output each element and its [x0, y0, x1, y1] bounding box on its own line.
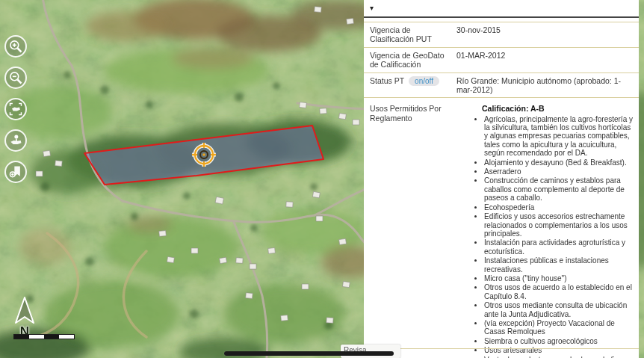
list-item: Ecohospedería — [484, 203, 633, 212]
row-value: 30-nov-2015 — [456, 25, 631, 44]
table-row: Vigencia de Clasificación PUT 30-nov-201… — [364, 22, 639, 48]
panel-header: ▾ — [364, 0, 639, 16]
zoom-out-button[interactable] — [4, 67, 27, 89]
permitted-uses-section: Usos Permitidos Por Reglamento Calificac… — [364, 98, 639, 358]
status-label: Status PT — [370, 76, 404, 85]
list-item: Siembra o cultivos agroecológicos — [484, 337, 633, 345]
table-row: Vigencia de GeoDato de Calificación 01-M… — [364, 48, 639, 73]
list-item: Otros usos mediante consulta de ubicació… — [484, 301, 633, 318]
row-value: 01-MAR-2012 — [456, 51, 631, 70]
permitted-uses-content: Calificación: A-B Agrícolas, principalme… — [456, 104, 633, 358]
list-item: Instalaciones públicas e instalaciones r… — [484, 256, 633, 274]
list-item: (vía excepción) Proyecto Vacacional de C… — [484, 319, 633, 336]
horizontal-scrollbar[interactable] — [224, 351, 394, 356]
zoom-in-button[interactable] — [4, 35, 27, 58]
permitted-uses-label: Usos Permitidos Por Reglamento — [370, 104, 451, 358]
permitted-uses-list: Agrícolas, principalmente la agro-forest… — [471, 115, 633, 358]
table-row: Status PT on/off Río Grande: Municipio a… — [364, 73, 639, 99]
full-extent-icon — [8, 102, 23, 117]
calificacion-title: Calificación: A-B — [482, 104, 633, 113]
north-arrow-icon — [8, 296, 41, 326]
zoom-in-icon — [8, 39, 23, 54]
zoom-out-icon — [8, 70, 23, 85]
row-label: Status PT on/off — [370, 76, 451, 95]
row-label: Vigencia de Clasificación PUT — [370, 25, 451, 44]
scale-bar — [13, 334, 75, 339]
list-item: Usos artesanales — [484, 346, 633, 354]
map-toolbar — [4, 35, 27, 183]
list-item: Edificios y usos accesorios estrechament… — [484, 212, 633, 238]
list-item: Agrícolas, principalmente la agro-forest… — [484, 115, 633, 158]
full-extent-button[interactable] — [4, 98, 27, 120]
collapse-caret[interactable]: ▾ — [370, 4, 374, 12]
list-item: Aserradero — [484, 167, 633, 176]
gis-app-window: N ▾ Vigencia de Clasificación PUT 30-nov… — [0, 0, 644, 358]
attribute-table: Vigencia de Clasificación PUT 30-nov-201… — [364, 22, 639, 98]
onoff-toggle[interactable]: on/off — [409, 76, 439, 87]
panel-divider — [364, 16, 639, 18]
row-label: Vigencia de GeoDato de Calificación — [370, 51, 451, 70]
bookmark-button[interactable] — [4, 161, 27, 183]
list-item: Instalación para actividades agroturísti… — [484, 238, 633, 256]
info-panel: ▾ Vigencia de Clasificación PUT 30-nov-2… — [364, 0, 639, 358]
list-item: Venta de productos cosechados en la finc… — [484, 356, 633, 358]
list-item: Alojamiento y desayuno (Bed & Breakfast)… — [484, 158, 633, 167]
list-item: Otros usos de acuerdo a lo establecido e… — [484, 283, 633, 300]
bookmark-add-icon — [8, 164, 23, 179]
locate-button[interactable] — [4, 129, 27, 152]
row-value: Río Grande: Municipio autónomo (aprobado… — [456, 76, 631, 95]
panel-bottom-separator — [364, 348, 639, 349]
list-item: Construcción de caminos y establos para … — [484, 176, 633, 202]
list-item: Micro casa ("tiny house") — [484, 274, 633, 283]
locate-map-icon — [8, 133, 23, 148]
north-arrow: N — [7, 296, 42, 339]
